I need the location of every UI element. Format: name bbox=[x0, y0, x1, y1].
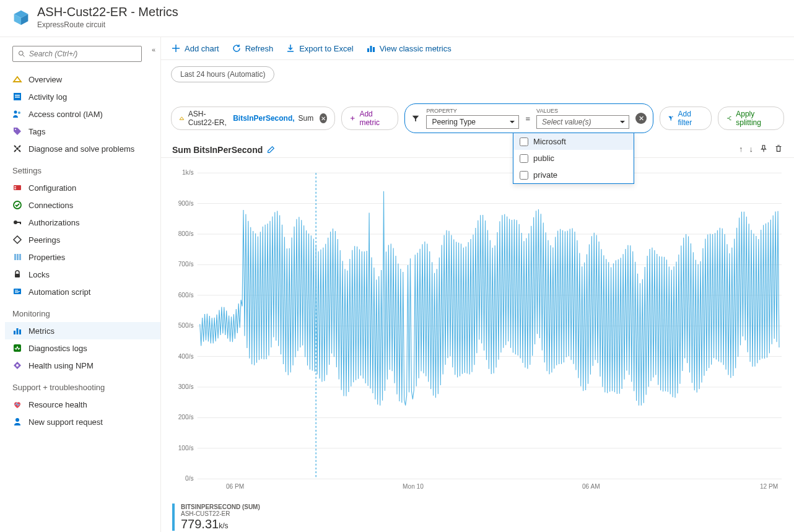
svg-line-4 bbox=[23, 55, 25, 57]
values-label: Values bbox=[536, 108, 629, 114]
svg-rect-7 bbox=[15, 95, 20, 96]
export-icon bbox=[286, 43, 295, 53]
equals-sign: = bbox=[525, 114, 530, 123]
svg-rect-8 bbox=[15, 97, 20, 98]
add-metric-icon bbox=[349, 115, 356, 122]
values-dropdown: Microsoft public private bbox=[513, 133, 634, 184]
metrics-chart[interactable]: 0/s100/s200/s300/s400/s500/s600/s700/s80… bbox=[161, 158, 794, 501]
diagnostics-icon bbox=[12, 343, 22, 353]
sidebar-item-health-npm[interactable]: Health using NPM bbox=[5, 357, 160, 374]
resource-icon bbox=[12, 9, 30, 26]
svg-text:0/s: 0/s bbox=[185, 475, 194, 482]
clear-filter-button[interactable]: ✕ bbox=[635, 113, 647, 124]
activity-log-icon bbox=[12, 92, 22, 102]
svg-rect-30 bbox=[17, 328, 19, 334]
section-settings: Settings bbox=[5, 157, 160, 179]
sidebar-item-connections[interactable]: Connections bbox=[5, 196, 160, 214]
svg-text:800/s: 800/s bbox=[178, 230, 194, 237]
section-monitoring: Monitoring bbox=[5, 300, 160, 322]
property-select[interactable]: Peering Type bbox=[426, 115, 519, 129]
refresh-button[interactable]: Refresh bbox=[232, 43, 274, 53]
iam-icon bbox=[12, 109, 22, 119]
delete-button[interactable] bbox=[774, 144, 783, 155]
sidebar-item-tags[interactable]: Tags bbox=[5, 123, 160, 140]
svg-text:500/s: 500/s bbox=[178, 322, 194, 329]
add-chart-button[interactable]: Add chart bbox=[171, 43, 219, 53]
sidebar-item-access-control[interactable]: Access control (IAM) bbox=[5, 105, 160, 123]
collapse-sidebar-button[interactable]: « bbox=[152, 46, 155, 53]
sidebar-item-peerings[interactable]: Peerings bbox=[5, 231, 160, 248]
edit-title-button[interactable] bbox=[266, 146, 275, 154]
filter-editor: Property Peering Type = Values Select va… bbox=[404, 103, 653, 133]
move-up-button[interactable]: ↑ bbox=[739, 144, 743, 155]
property-label: Property bbox=[426, 108, 519, 114]
tags-icon bbox=[12, 126, 22, 136]
filter-icon bbox=[411, 114, 420, 123]
classic-icon bbox=[366, 43, 376, 53]
sidebar-item-label: Connections bbox=[28, 201, 73, 210]
sidebar-item-properties[interactable]: Properties bbox=[5, 248, 160, 266]
move-down-button[interactable]: ↓ bbox=[749, 144, 754, 155]
sidebar-item-diagnose[interactable]: Diagnose and solve problems bbox=[5, 140, 160, 157]
sidebar-item-metrics[interactable]: Metrics bbox=[5, 322, 160, 339]
svg-text:400/s: 400/s bbox=[178, 353, 194, 360]
checkbox[interactable] bbox=[520, 137, 528, 146]
values-select[interactable]: Select value(s) bbox=[536, 115, 629, 129]
sidebar-item-resource-health[interactable]: Resource health bbox=[5, 396, 160, 413]
sidebar-item-label: Configuration bbox=[28, 183, 76, 193]
pin-button[interactable] bbox=[759, 144, 768, 155]
overview-icon bbox=[12, 74, 22, 84]
sidebar-item-label: Overview bbox=[28, 75, 62, 84]
remove-metric-button[interactable]: ✕ bbox=[320, 113, 327, 123]
health-npm-icon bbox=[12, 360, 22, 370]
checkbox[interactable] bbox=[520, 154, 528, 163]
add-metric-button[interactable]: Add metric bbox=[341, 107, 399, 130]
svg-rect-21 bbox=[14, 254, 16, 260]
authorizations-icon bbox=[12, 217, 22, 227]
search-input[interactable] bbox=[29, 50, 136, 58]
checkbox[interactable] bbox=[520, 171, 528, 180]
svg-point-34 bbox=[16, 364, 19, 367]
time-range-pill[interactable]: Last 24 hours (Automatic) bbox=[171, 66, 274, 82]
add-filter-button[interactable]: Add filter bbox=[660, 107, 712, 130]
classic-metrics-button[interactable]: View classic metrics bbox=[366, 43, 452, 53]
sidebar-item-label: Tags bbox=[28, 127, 45, 136]
sidebar-item-diagnostics-logs[interactable]: Diagnostics logs bbox=[5, 339, 160, 357]
dropdown-option[interactable]: public bbox=[513, 150, 634, 167]
svg-rect-31 bbox=[19, 329, 21, 334]
svg-rect-15 bbox=[14, 188, 16, 190]
plus-icon bbox=[171, 43, 181, 53]
svg-rect-32 bbox=[14, 344, 21, 352]
refresh-icon bbox=[232, 43, 242, 53]
svg-marker-5 bbox=[14, 77, 21, 82]
sidebar-item-activity-log[interactable]: Activity log bbox=[5, 88, 160, 105]
sidebar-item-label: Automation script bbox=[28, 287, 90, 297]
apply-splitting-button[interactable]: Apply splitting bbox=[718, 107, 784, 130]
svg-text:100/s: 100/s bbox=[178, 445, 194, 451]
sidebar-item-authorizations[interactable]: Authorizations bbox=[5, 214, 160, 231]
svg-marker-39 bbox=[180, 117, 184, 120]
sidebar-item-locks[interactable]: Locks bbox=[5, 266, 160, 283]
dropdown-option[interactable]: Microsoft bbox=[513, 133, 634, 150]
sidebar-item-new-support[interactable]: New support request bbox=[5, 413, 160, 430]
sidebar-item-label: Activity log bbox=[28, 92, 67, 102]
connections-icon bbox=[12, 200, 22, 210]
sidebar-item-overview[interactable]: Overview bbox=[5, 71, 160, 88]
legend-color bbox=[172, 504, 175, 531]
sidebar-item-label: Peerings bbox=[28, 235, 60, 245]
sidebar-item-label: Health using NPM bbox=[28, 361, 94, 370]
metric-chip[interactable]: ASH-Cust22-ER, BitsInPerSecond, Sum ✕ bbox=[171, 107, 335, 130]
search-input-wrapper[interactable] bbox=[12, 46, 142, 62]
page-subtitle: ExpressRoute circuit bbox=[37, 20, 178, 29]
export-button[interactable]: Export to Excel bbox=[286, 43, 353, 53]
section-support: Support + troubleshooting bbox=[5, 374, 160, 396]
sidebar-item-automation[interactable]: Automation script bbox=[5, 283, 160, 300]
svg-text:700/s: 700/s bbox=[178, 261, 194, 268]
dropdown-option[interactable]: private bbox=[513, 167, 634, 183]
svg-point-9 bbox=[14, 111, 17, 114]
support-icon bbox=[12, 417, 22, 427]
sidebar-item-configuration[interactable]: Configuration bbox=[5, 179, 160, 196]
legend-resource: ASH-CUST22-ER bbox=[181, 510, 260, 517]
svg-text:06 AM: 06 AM bbox=[582, 483, 600, 490]
legend-metric: BITSINPERSECOND (SUM) bbox=[181, 504, 260, 510]
